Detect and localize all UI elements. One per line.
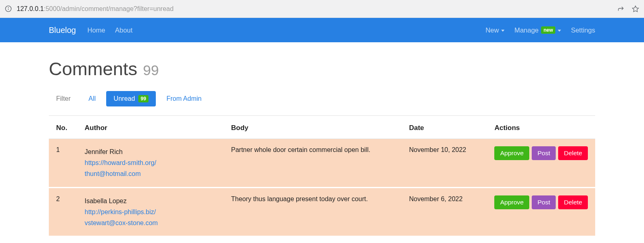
page-title-count: 99 xyxy=(143,62,159,78)
filter-unread-badge: 99 xyxy=(138,95,148,102)
delete-button[interactable]: Delete xyxy=(558,146,588,160)
brand[interactable]: Bluelog xyxy=(49,26,76,35)
filter-all[interactable]: All xyxy=(81,91,103,106)
cell-date: November 6, 2022 xyxy=(402,187,487,236)
nav-about[interactable]: About xyxy=(115,26,133,34)
author-name: Isabella Lopez xyxy=(85,195,216,206)
cell-body: Theory thus language present today over … xyxy=(224,187,402,236)
navbar: Bluelog Home About New Manage new Settin… xyxy=(0,18,644,42)
nav-manage-dropdown[interactable]: Manage new xyxy=(514,26,561,34)
author-name: Jennifer Rich xyxy=(85,146,216,157)
nav-manage-badge: new xyxy=(541,26,555,34)
th-actions: Actions xyxy=(487,117,595,139)
nav-settings[interactable]: Settings xyxy=(571,26,595,34)
nav-new-dropdown[interactable]: New xyxy=(485,26,504,34)
svg-point-2 xyxy=(8,7,9,8)
nav-new-label: New xyxy=(485,26,499,34)
cell-author: Isabella Lopezhttp://perkins-phillips.bi… xyxy=(77,187,224,236)
cell-date: November 10, 2022 xyxy=(402,139,487,188)
post-button[interactable]: Post xyxy=(532,195,556,209)
author-email[interactable]: vstewart@cox-stone.com xyxy=(85,217,216,228)
approve-button[interactable]: Approve xyxy=(494,195,529,209)
table-header-row: No. Author Body Date Actions xyxy=(49,117,595,139)
nav-home[interactable]: Home xyxy=(87,26,105,34)
table-row: 1Jennifer Richhttps://howard-smith.org/t… xyxy=(49,139,595,188)
cell-author: Jennifer Richhttps://howard-smith.org/th… xyxy=(77,139,224,188)
cell-no: 2 xyxy=(49,187,77,236)
filter-pills: Filter All Unread 99 From Admin xyxy=(49,91,595,116)
page-title: Comments xyxy=(49,59,138,80)
page-title-wrap: Comments 99 xyxy=(49,59,595,80)
filter-unread-label: Unread xyxy=(114,95,135,102)
post-button[interactable]: Post xyxy=(532,146,556,160)
th-body: Body xyxy=(224,117,402,139)
share-icon[interactable] xyxy=(617,5,624,13)
th-author: Author xyxy=(77,117,224,139)
cell-actions: ApprovePostDelete xyxy=(487,187,595,236)
cell-body: Partner whole door certain commercial op… xyxy=(224,139,402,188)
star-icon[interactable] xyxy=(632,5,639,13)
filter-from-admin[interactable]: From Admin xyxy=(159,91,209,106)
nav-manage-label: Manage xyxy=(514,26,539,34)
info-icon xyxy=(5,5,12,12)
cell-no: 1 xyxy=(49,139,77,188)
chevron-down-icon xyxy=(501,30,504,32)
th-no: No. xyxy=(49,117,77,139)
svg-marker-3 xyxy=(633,6,639,11)
table-row: 2Isabella Lopezhttp://perkins-phillips.b… xyxy=(49,187,595,236)
comments-table: No. Author Body Date Actions 1Jennifer R… xyxy=(49,117,595,236)
author-url[interactable]: http://perkins-phillips.biz/ xyxy=(85,206,216,217)
browser-address-bar: 127.0.0.1:5000/admin/comment/manage?filt… xyxy=(0,0,644,18)
url-text[interactable]: 127.0.0.1:5000/admin/comment/manage?filt… xyxy=(17,5,612,13)
author-email[interactable]: thunt@hotmail.com xyxy=(85,168,216,179)
delete-button[interactable]: Delete xyxy=(558,195,588,209)
filter-unread[interactable]: Unread 99 xyxy=(106,91,156,106)
th-date: Date xyxy=(402,117,487,139)
author-url[interactable]: https://howard-smith.org/ xyxy=(85,157,216,168)
approve-button[interactable]: Approve xyxy=(494,146,529,160)
chevron-down-icon xyxy=(558,30,561,32)
filter-label: Filter xyxy=(49,91,78,106)
cell-actions: ApprovePostDelete xyxy=(487,139,595,188)
